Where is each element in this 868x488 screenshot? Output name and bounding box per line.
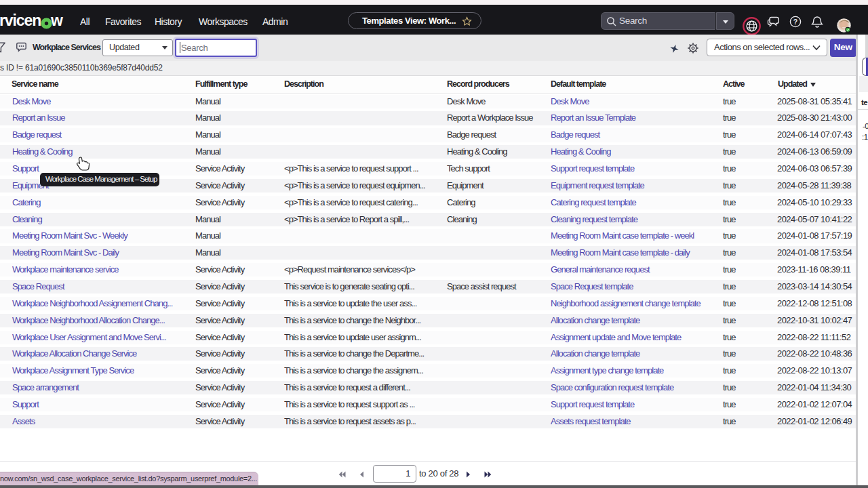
svg-text:?: ? [793,18,797,26]
